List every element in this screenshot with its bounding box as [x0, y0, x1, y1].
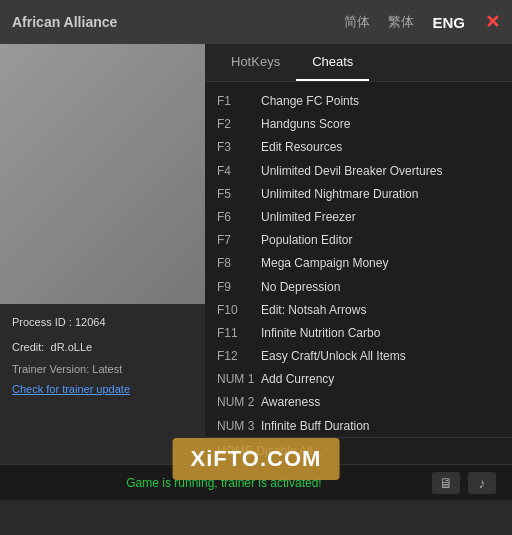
- cheat-item[interactable]: F4Unlimited Devil Breaker Overtures: [217, 160, 500, 183]
- title-bar: African Alliance 简体 繁体 ENG ✕: [0, 0, 512, 44]
- process-id-line: Process ID : 12064: [12, 314, 193, 331]
- game-image: [0, 44, 205, 304]
- cheat-desc: Population Editor: [261, 231, 352, 250]
- cheat-list: F1Change FC PointsF2Handguns ScoreF3Edit…: [205, 82, 512, 437]
- cheat-desc: Add Currency: [261, 370, 334, 389]
- cheat-key: NUM 1: [217, 370, 261, 389]
- cheat-item[interactable]: F5Unlimited Nightmare Duration: [217, 183, 500, 206]
- credit-value: dR.oLLe: [51, 341, 93, 353]
- tab-hotkeys[interactable]: HotKeys: [215, 44, 296, 81]
- cheat-item[interactable]: NUM 3Infinite Buff Duration: [217, 415, 500, 437]
- cheat-item[interactable]: F3Edit Resources: [217, 136, 500, 159]
- lang-simplified[interactable]: 简体: [340, 11, 374, 33]
- cheat-item[interactable]: F12Easy Craft/Unlock All Items: [217, 345, 500, 368]
- process-id-value: 12064: [75, 316, 106, 328]
- tab-bar: HotKeys Cheats: [205, 44, 512, 82]
- cheat-key: F10: [217, 301, 261, 320]
- credit-line: Credit: dR.oLLe: [12, 339, 193, 356]
- cheat-key: F6: [217, 208, 261, 227]
- cheat-desc: No Depression: [261, 278, 340, 297]
- check-update-link[interactable]: Check for trainer update: [12, 383, 130, 395]
- status-icons: 🖥 ♪: [432, 472, 496, 494]
- close-button[interactable]: ✕: [485, 11, 500, 33]
- cheat-key: F5: [217, 185, 261, 204]
- cheat-desc: Handguns Score: [261, 115, 350, 134]
- title-bar-controls: 简体 繁体 ENG ✕: [340, 11, 500, 33]
- cheat-desc: Unlimited Devil Breaker Overtures: [261, 162, 442, 181]
- cheat-key: F7: [217, 231, 261, 250]
- process-id-label: Process ID :: [12, 316, 72, 328]
- cheat-desc: Edit: Notsah Arrows: [261, 301, 366, 320]
- cheat-desc: Awareness: [261, 393, 320, 412]
- cheat-item[interactable]: F6Unlimited Freezer: [217, 206, 500, 229]
- cheat-desc: Easy Craft/Unlock All Items: [261, 347, 406, 366]
- credit-label: Credit:: [12, 341, 44, 353]
- right-panel: HotKeys Cheats F1Change FC PointsF2Handg…: [205, 44, 512, 464]
- cheat-desc: Infinite Nutrition Carbo: [261, 324, 380, 343]
- main-layout: Process ID : 12064 Credit: dR.oLLe Train…: [0, 44, 512, 464]
- cheat-item[interactable]: F7Population Editor: [217, 229, 500, 252]
- cheat-key: F8: [217, 254, 261, 273]
- cheat-key: NUM 3: [217, 417, 261, 436]
- cheat-desc: Unlimited Nightmare Duration: [261, 185, 418, 204]
- cheat-key: F2: [217, 115, 261, 134]
- music-icon[interactable]: ♪: [468, 472, 496, 494]
- cheat-item[interactable]: F10Edit: Notsah Arrows: [217, 299, 500, 322]
- cheat-item[interactable]: F8Mega Campaign Money: [217, 252, 500, 275]
- cheat-key: NUM 2: [217, 393, 261, 412]
- cheat-key: F9: [217, 278, 261, 297]
- monitor-icon[interactable]: 🖥: [432, 472, 460, 494]
- left-panel: Process ID : 12064 Credit: dR.oLLe Train…: [0, 44, 205, 464]
- cheat-desc: Unlimited Freezer: [261, 208, 356, 227]
- cheat-item[interactable]: F11Infinite Nutrition Carbo: [217, 322, 500, 345]
- lang-english[interactable]: ENG: [428, 12, 469, 33]
- cheat-key: F3: [217, 138, 261, 157]
- app-title: African Alliance: [12, 14, 117, 30]
- cheat-key: F4: [217, 162, 261, 181]
- cheat-desc: Infinite Buff Duration: [261, 417, 370, 436]
- cheat-key: F1: [217, 92, 261, 111]
- cheat-key: F11: [217, 324, 261, 343]
- cheat-desc: Change FC Points: [261, 92, 359, 111]
- tab-cheats[interactable]: Cheats: [296, 44, 369, 81]
- cheat-item[interactable]: F9No Depression: [217, 276, 500, 299]
- cheat-item[interactable]: F2Handguns Score: [217, 113, 500, 136]
- cheat-key: F12: [217, 347, 261, 366]
- cheat-item[interactable]: NUM 1Add Currency: [217, 368, 500, 391]
- lang-traditional[interactable]: 繁体: [384, 11, 418, 33]
- cheat-desc: Mega Campaign Money: [261, 254, 388, 273]
- cheat-item[interactable]: F1Change FC Points: [217, 90, 500, 113]
- cheat-desc: Edit Resources: [261, 138, 342, 157]
- cheat-item[interactable]: NUM 2Awareness: [217, 391, 500, 414]
- watermark: XiFTO.COM: [173, 438, 340, 480]
- trainer-version: Trainer Version: Latest: [12, 363, 193, 375]
